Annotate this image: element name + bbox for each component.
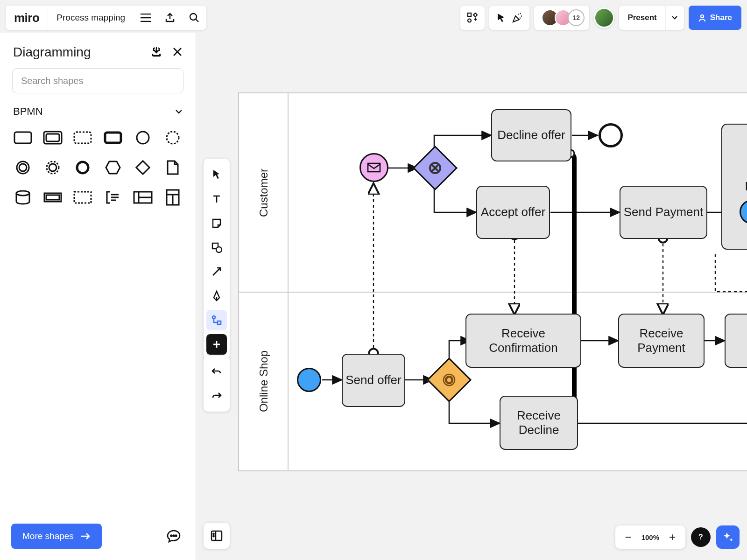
bpmn-start-event[interactable]	[297, 368, 321, 392]
ai-assist-button[interactable]	[716, 525, 740, 549]
shape-event-subprocess[interactable]	[70, 126, 95, 149]
svg-point-12	[19, 164, 27, 171]
zoom-out-button[interactable]: −	[619, 528, 638, 546]
shape-start-event[interactable]	[130, 126, 155, 149]
apps-icon[interactable]	[460, 6, 485, 30]
shape-gateway[interactable]	[130, 156, 155, 179]
shape-pool-vertical[interactable]	[160, 186, 185, 209]
svg-point-28	[171, 535, 172, 537]
more-shapes-button[interactable]: More shapes	[11, 524, 102, 549]
import-icon[interactable]	[151, 47, 162, 58]
bpmn-end-event[interactable]	[599, 123, 623, 147]
shape-end-event[interactable]	[10, 156, 35, 179]
tool-diagram[interactable]	[206, 310, 227, 330]
shape-intermediate-event[interactable]	[70, 156, 95, 179]
arrow-right-icon	[80, 532, 91, 540]
shape-task[interactable]	[10, 126, 35, 149]
tool-add[interactable]	[206, 334, 227, 355]
shape-data-store[interactable]	[10, 186, 35, 209]
svg-rect-34	[218, 321, 221, 324]
svg-point-2	[468, 19, 471, 22]
bpmn-task-receive-decline[interactable]: Receive Decline	[500, 396, 578, 450]
svg-point-33	[212, 316, 215, 319]
category-header[interactable]: BPMN	[0, 93, 196, 122]
collaborators[interactable]: 12	[534, 6, 589, 30]
svg-rect-8	[105, 133, 121, 143]
bpmn-message-start-event[interactable]	[359, 153, 388, 182]
logo[interactable]: miro	[6, 6, 48, 30]
bpmn-task-r-partial[interactable]: R	[721, 124, 747, 250]
avatar-overflow-count[interactable]: 12	[568, 9, 585, 26]
board-title[interactable]: Process mapping	[48, 13, 134, 23]
shape-start-event-noninterrupt[interactable]	[160, 126, 185, 149]
reactions-group	[489, 6, 529, 30]
search-icon[interactable]	[182, 6, 206, 30]
bpmn-canvas[interactable]: Customer Online Shop	[238, 92, 747, 471]
bpmn-gateway-event-based[interactable]	[427, 357, 472, 402]
svg-point-15	[77, 162, 88, 173]
svg-rect-20	[46, 195, 59, 200]
svg-point-32	[216, 247, 222, 252]
undo-button[interactable]	[206, 361, 227, 382]
shape-annotation[interactable]	[100, 186, 126, 209]
lane-shop[interactable]: Online Shop	[243, 292, 285, 470]
tool-shape[interactable]	[206, 237, 227, 258]
cursor-icon[interactable]	[496, 13, 506, 23]
search-shapes-input[interactable]	[12, 68, 183, 93]
shape-pool-horizontal[interactable]	[130, 186, 155, 209]
zoom-controls: − 100% +	[615, 525, 685, 549]
pool-divider	[288, 93, 289, 470]
svg-marker-16	[106, 161, 120, 174]
avatar-current-user[interactable]	[594, 7, 614, 28]
shape-end-event-dashed[interactable]	[40, 156, 65, 179]
shape-data-object[interactable]	[160, 156, 185, 179]
panels-toggle-button[interactable]	[204, 523, 230, 549]
tool-select[interactable]	[206, 164, 227, 185]
share-button[interactable]: Share	[689, 6, 741, 30]
svg-point-3	[701, 15, 704, 18]
shape-transaction[interactable]	[40, 126, 65, 149]
svg-point-14	[49, 164, 56, 171]
tool-toolbar	[204, 159, 230, 360]
history-toolbar	[204, 356, 230, 412]
bpmn-task-receive-confirmation[interactable]: Receive Confirmation	[465, 314, 581, 368]
redo-button[interactable]	[206, 385, 227, 406]
confetti-icon[interactable]	[512, 12, 523, 23]
tool-sticky[interactable]	[206, 213, 227, 233]
person-add-icon	[698, 14, 706, 22]
bpmn-task-send-offer[interactable]: Send offer	[342, 354, 405, 407]
svg-rect-36	[368, 163, 380, 172]
chevron-down-icon[interactable]	[665, 6, 684, 30]
svg-rect-1	[468, 13, 471, 16]
export-icon[interactable]	[158, 6, 182, 30]
svg-marker-40	[446, 377, 452, 383]
svg-rect-4	[14, 132, 31, 143]
topbar-right: 12 Present Share	[460, 6, 741, 30]
hamburger-icon[interactable]	[134, 6, 158, 30]
shape-gateway-hexagon[interactable]	[100, 156, 126, 179]
tool-arrow[interactable]	[206, 261, 227, 282]
shape-group[interactable]	[40, 186, 65, 209]
svg-point-43	[213, 533, 214, 534]
diagramming-panel: Diagramming BPMN More	[0, 33, 196, 560]
comment-icon[interactable]	[163, 525, 184, 547]
tool-pen[interactable]	[206, 286, 227, 306]
help-button[interactable]: ?	[691, 527, 711, 547]
shape-text-annotation-dashed[interactable]	[70, 186, 95, 209]
more-shapes-label: More shapes	[22, 531, 74, 541]
bpmn-task-in-partial[interactable]: In	[725, 314, 747, 368]
present-button[interactable]: Present	[619, 6, 684, 30]
bpmn-task-send-payment[interactable]: Send Payment	[620, 186, 707, 239]
svg-point-18	[16, 191, 29, 196]
zoom-in-button[interactable]: +	[663, 528, 682, 546]
bpmn-gateway-exclusive[interactable]	[413, 146, 458, 190]
bpmn-task-accept-offer[interactable]: Accept offer	[476, 186, 550, 239]
bpmn-task-receive-payment[interactable]: Receive Payment	[618, 314, 705, 368]
svg-rect-17	[136, 161, 149, 174]
shape-call-activity[interactable]	[100, 126, 126, 149]
close-icon[interactable]	[172, 47, 183, 58]
bpmn-task-decline-offer[interactable]: Decline offer	[491, 109, 571, 161]
lane-customer[interactable]: Customer	[243, 93, 285, 292]
zoom-value[interactable]: 100%	[638, 533, 663, 541]
tool-text[interactable]	[206, 189, 227, 209]
